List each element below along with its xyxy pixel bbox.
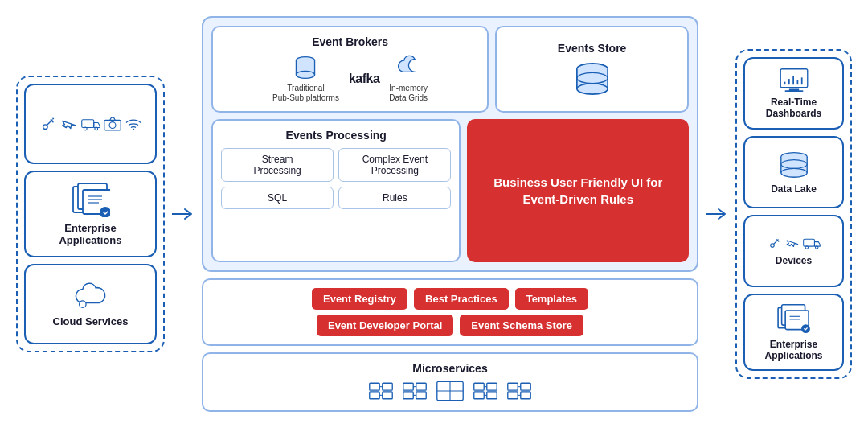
svg-rect-45 (474, 392, 484, 399)
business-ui-text: Business User Friendly UI for Event-Driv… (480, 174, 676, 208)
cloud-services-icon (73, 282, 108, 311)
left-enterprise-label: Enterprise Applications (34, 222, 147, 246)
right-truck-icon (803, 237, 821, 249)
cloud-inmemory-icon (395, 55, 421, 80)
enterprise-apps-icon (72, 182, 110, 217)
microservices-title: Microservices (412, 362, 487, 375)
portal-box: Event Registry Best Practices Templates … (202, 278, 698, 346)
inmemory-label: In-memoryData Grids (389, 84, 428, 103)
svg-rect-29 (370, 383, 379, 390)
realtime-dashboard-icon (779, 68, 809, 92)
traditional-pubsub: TraditionalPub-Sub platforms (272, 55, 339, 103)
left-devices-box (24, 84, 157, 164)
right-devices-box: Devices (743, 215, 844, 287)
ms-icon-4 (473, 380, 498, 402)
event-brokers-items: TraditionalPub-Sub platforms kafka In-me… (224, 55, 476, 103)
event-brokers-title: Event Brokers (224, 35, 476, 48)
right-plane-icon (784, 236, 800, 250)
svg-point-9 (132, 129, 133, 130)
svg-point-74 (805, 246, 808, 249)
kafka-label: kafka (349, 72, 379, 86)
center-column: Event Brokers TraditionalPub-Sub (202, 16, 698, 412)
left-cloud-label: Cloud Services (53, 315, 129, 327)
ms-icon-2 (402, 380, 428, 402)
event-registry-tag: Event Registry (312, 288, 407, 310)
svg-rect-38 (416, 392, 426, 399)
svg-point-81 (801, 324, 810, 333)
best-practices-tag: Best Practices (414, 288, 509, 310)
svg-rect-36 (403, 392, 413, 399)
svg-rect-30 (370, 392, 379, 399)
truck-icon (81, 117, 100, 131)
event-schema-store-tag: Event Schema Store (460, 315, 583, 336)
svg-rect-53 (521, 392, 530, 399)
svg-rect-47 (487, 392, 497, 399)
right-satellite-icon (768, 236, 782, 250)
templates-tag: Templates (515, 288, 588, 310)
stream-processing-item: StreamProcessing (221, 148, 334, 182)
plane-icon (60, 115, 78, 133)
wifi-icon (125, 117, 142, 131)
svg-rect-46 (487, 383, 497, 390)
right-enterprise-icon (776, 303, 812, 334)
svg-line-3 (52, 118, 54, 120)
events-processing-title: Events Processing (221, 129, 451, 142)
kafka-item: kafka (349, 72, 379, 86)
top-row: Event Brokers TraditionalPub-Sub (211, 26, 689, 113)
realtime-label: Real-TimeDashboards (766, 97, 821, 119)
right-datalake-box: Data Lake (743, 136, 844, 208)
events-processing-box: Events Processing StreamProcessing Compl… (211, 119, 461, 262)
svg-rect-32 (383, 392, 392, 399)
right-devices-label: Devices (776, 255, 812, 266)
traditional-label: TraditionalPub-Sub platforms (272, 84, 339, 103)
microservices-icons (368, 380, 532, 402)
svg-point-8 (109, 122, 116, 129)
right-enterprise-label: EnterpriseApplications (764, 339, 822, 361)
svg-rect-73 (803, 239, 814, 246)
event-brokers-box: Event Brokers TraditionalPub-Sub (211, 26, 489, 113)
svg-point-5 (84, 127, 87, 130)
ep-grid: StreamProcessing Complex EventProcessing… (221, 148, 451, 209)
center-right-arrow (705, 16, 729, 412)
ms-icon-1 (368, 380, 394, 402)
rules-item: Rules (338, 187, 451, 209)
camera-icon (104, 117, 121, 131)
svg-rect-31 (383, 383, 392, 390)
events-store-title: Events Store (558, 42, 627, 55)
center-main-box: Event Brokers TraditionalPub-Sub (202, 16, 698, 272)
event-developer-portal-tag: Event Developer Portal (317, 315, 453, 336)
complex-event-item: Complex EventProcessing (338, 148, 451, 182)
left-sources-group: Enterprise Applications Cloud Services (16, 76, 165, 352)
left-cloud-box: Cloud Services (24, 264, 157, 344)
left-center-arrow (171, 16, 195, 412)
svg-point-25 (576, 84, 607, 94)
right-consumers-group: Real-TimeDashboards Data Lake (735, 49, 852, 379)
microservices-box: Microservices (202, 352, 698, 412)
right-realtime-box: Real-TimeDashboards (743, 57, 844, 130)
svg-point-66 (780, 168, 806, 177)
right-column: Real-TimeDashboards Data Lake (735, 16, 852, 412)
ms-icon-5 (506, 380, 532, 402)
datalake-label: Data Lake (771, 183, 817, 195)
svg-point-17 (79, 300, 85, 307)
events-store-box: Events Store (495, 26, 689, 113)
processing-row: Events Processing StreamProcessing Compl… (211, 119, 689, 262)
left-enterprise-box: Enterprise Applications (24, 171, 157, 257)
svg-rect-58 (784, 90, 803, 92)
sql-item: SQL (221, 187, 334, 209)
architecture-diagram: Enterprise Applications Cloud Services (8, 8, 860, 420)
ms-icon-3 (436, 380, 465, 402)
svg-point-20 (297, 71, 315, 78)
datalake-icon (776, 150, 812, 179)
svg-rect-50 (508, 383, 518, 390)
pubsub-icon (293, 55, 318, 80)
svg-point-6 (94, 127, 97, 130)
portal-row-1: Event Registry Best Practices Templates (215, 288, 686, 310)
satellite-icon (39, 115, 57, 133)
svg-rect-35 (403, 383, 413, 390)
svg-rect-4 (81, 120, 93, 128)
right-enterprise-box: EnterpriseApplications (743, 294, 844, 371)
portal-row-2: Event Developer Portal Event Schema Stor… (215, 315, 686, 336)
business-ui-box: Business User Friendly UI for Event-Driv… (467, 119, 689, 262)
inmemory-item: In-memoryData Grids (389, 55, 428, 103)
